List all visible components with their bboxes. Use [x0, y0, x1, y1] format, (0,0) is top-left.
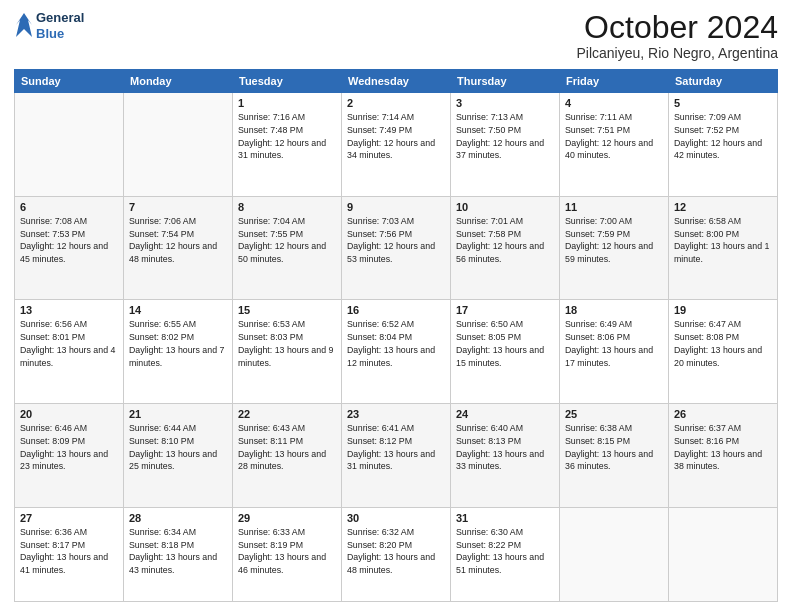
- calendar-cell: 18 Sunrise: 6:49 AM Sunset: 8:06 PM Dayl…: [560, 300, 669, 404]
- calendar-cell: 5 Sunrise: 7:09 AM Sunset: 7:52 PM Dayli…: [669, 93, 778, 197]
- sunrise-text: Sunrise: 6:43 AM: [238, 423, 305, 433]
- sunrise-text: Sunrise: 6:50 AM: [456, 319, 523, 329]
- calendar-cell: 10 Sunrise: 7:01 AM Sunset: 7:58 PM Dayl…: [451, 196, 560, 300]
- day-info: Sunrise: 6:53 AM Sunset: 8:03 PM Dayligh…: [238, 318, 336, 369]
- sunset-text: Sunset: 7:51 PM: [565, 125, 630, 135]
- sunset-text: Sunset: 7:50 PM: [456, 125, 521, 135]
- day-number: 1: [238, 97, 336, 109]
- sunset-text: Sunset: 8:17 PM: [20, 540, 85, 550]
- sunset-text: Sunset: 8:11 PM: [238, 436, 303, 446]
- day-info: Sunrise: 7:09 AM Sunset: 7:52 PM Dayligh…: [674, 111, 772, 162]
- sunset-text: Sunset: 8:15 PM: [565, 436, 630, 446]
- sunset-text: Sunset: 8:22 PM: [456, 540, 521, 550]
- sunset-text: Sunset: 8:16 PM: [674, 436, 739, 446]
- sunset-text: Sunset: 8:19 PM: [238, 540, 303, 550]
- calendar-cell: 11 Sunrise: 7:00 AM Sunset: 7:59 PM Dayl…: [560, 196, 669, 300]
- daylight-text: Daylight: 12 hours and 40 minutes.: [565, 138, 653, 161]
- day-info: Sunrise: 7:04 AM Sunset: 7:55 PM Dayligh…: [238, 215, 336, 266]
- calendar-cell: 17 Sunrise: 6:50 AM Sunset: 8:05 PM Dayl…: [451, 300, 560, 404]
- calendar-cell: 12 Sunrise: 6:58 AM Sunset: 8:00 PM Dayl…: [669, 196, 778, 300]
- sunset-text: Sunset: 8:09 PM: [20, 436, 85, 446]
- daylight-text: Daylight: 13 hours and 23 minutes.: [20, 449, 108, 472]
- day-info: Sunrise: 6:34 AM Sunset: 8:18 PM Dayligh…: [129, 526, 227, 577]
- daylight-text: Daylight: 12 hours and 48 minutes.: [129, 241, 217, 264]
- svg-marker-0: [16, 13, 32, 37]
- daylight-text: Daylight: 13 hours and 33 minutes.: [456, 449, 544, 472]
- weekday-header-sunday: Sunday: [15, 70, 124, 93]
- day-number: 22: [238, 408, 336, 420]
- calendar-cell: 13 Sunrise: 6:56 AM Sunset: 8:01 PM Dayl…: [15, 300, 124, 404]
- weekday-header-tuesday: Tuesday: [233, 70, 342, 93]
- daylight-text: Daylight: 12 hours and 59 minutes.: [565, 241, 653, 264]
- calendar-cell: [124, 93, 233, 197]
- sunrise-text: Sunrise: 7:16 AM: [238, 112, 305, 122]
- calendar-cell: [669, 507, 778, 601]
- daylight-text: Daylight: 12 hours and 34 minutes.: [347, 138, 435, 161]
- calendar-week-1: 1 Sunrise: 7:16 AM Sunset: 7:48 PM Dayli…: [15, 93, 778, 197]
- day-number: 15: [238, 304, 336, 316]
- day-number: 16: [347, 304, 445, 316]
- sunrise-text: Sunrise: 6:46 AM: [20, 423, 87, 433]
- calendar-cell: 27 Sunrise: 6:36 AM Sunset: 8:17 PM Dayl…: [15, 507, 124, 601]
- sunrise-text: Sunrise: 6:37 AM: [674, 423, 741, 433]
- daylight-text: Daylight: 13 hours and 25 minutes.: [129, 449, 217, 472]
- daylight-text: Daylight: 13 hours and 12 minutes.: [347, 345, 435, 368]
- calendar-cell: 6 Sunrise: 7:08 AM Sunset: 7:53 PM Dayli…: [15, 196, 124, 300]
- day-number: 20: [20, 408, 118, 420]
- day-number: 10: [456, 201, 554, 213]
- day-info: Sunrise: 6:56 AM Sunset: 8:01 PM Dayligh…: [20, 318, 118, 369]
- sunset-text: Sunset: 7:48 PM: [238, 125, 303, 135]
- day-number: 7: [129, 201, 227, 213]
- logo-text: General Blue: [36, 10, 84, 41]
- daylight-text: Daylight: 13 hours and 28 minutes.: [238, 449, 326, 472]
- day-info: Sunrise: 7:11 AM Sunset: 7:51 PM Dayligh…: [565, 111, 663, 162]
- day-info: Sunrise: 6:49 AM Sunset: 8:06 PM Dayligh…: [565, 318, 663, 369]
- calendar-cell: [560, 507, 669, 601]
- sunrise-text: Sunrise: 6:33 AM: [238, 527, 305, 537]
- daylight-text: Daylight: 13 hours and 48 minutes.: [347, 552, 435, 575]
- month-title: October 2024: [576, 10, 778, 45]
- day-info: Sunrise: 6:58 AM Sunset: 8:00 PM Dayligh…: [674, 215, 772, 266]
- day-number: 28: [129, 512, 227, 524]
- daylight-text: Daylight: 13 hours and 43 minutes.: [129, 552, 217, 575]
- header: General Blue October 2024 Pilcaniyeu, Ri…: [14, 10, 778, 61]
- day-number: 4: [565, 97, 663, 109]
- weekday-header-row: SundayMondayTuesdayWednesdayThursdayFrid…: [15, 70, 778, 93]
- sunset-text: Sunset: 8:08 PM: [674, 332, 739, 342]
- calendar-week-4: 20 Sunrise: 6:46 AM Sunset: 8:09 PM Dayl…: [15, 404, 778, 508]
- day-number: 3: [456, 97, 554, 109]
- calendar-cell: 24 Sunrise: 6:40 AM Sunset: 8:13 PM Dayl…: [451, 404, 560, 508]
- sunrise-text: Sunrise: 7:03 AM: [347, 216, 414, 226]
- day-number: 5: [674, 97, 772, 109]
- weekday-header-friday: Friday: [560, 70, 669, 93]
- calendar-cell: 4 Sunrise: 7:11 AM Sunset: 7:51 PM Dayli…: [560, 93, 669, 197]
- sunset-text: Sunset: 8:13 PM: [456, 436, 521, 446]
- sunrise-text: Sunrise: 7:04 AM: [238, 216, 305, 226]
- day-number: 19: [674, 304, 772, 316]
- calendar-cell: 20 Sunrise: 6:46 AM Sunset: 8:09 PM Dayl…: [15, 404, 124, 508]
- calendar-cell: 15 Sunrise: 6:53 AM Sunset: 8:03 PM Dayl…: [233, 300, 342, 404]
- calendar-cell: 22 Sunrise: 6:43 AM Sunset: 8:11 PM Dayl…: [233, 404, 342, 508]
- calendar-cell: 25 Sunrise: 6:38 AM Sunset: 8:15 PM Dayl…: [560, 404, 669, 508]
- sunset-text: Sunset: 7:49 PM: [347, 125, 412, 135]
- day-info: Sunrise: 6:41 AM Sunset: 8:12 PM Dayligh…: [347, 422, 445, 473]
- sunset-text: Sunset: 8:01 PM: [20, 332, 85, 342]
- sunrise-text: Sunrise: 6:36 AM: [20, 527, 87, 537]
- daylight-text: Daylight: 13 hours and 4 minutes.: [20, 345, 115, 368]
- day-info: Sunrise: 6:44 AM Sunset: 8:10 PM Dayligh…: [129, 422, 227, 473]
- sunset-text: Sunset: 8:05 PM: [456, 332, 521, 342]
- daylight-text: Daylight: 13 hours and 31 minutes.: [347, 449, 435, 472]
- day-number: 2: [347, 97, 445, 109]
- daylight-text: Daylight: 12 hours and 42 minutes.: [674, 138, 762, 161]
- daylight-text: Daylight: 12 hours and 31 minutes.: [238, 138, 326, 161]
- daylight-text: Daylight: 13 hours and 15 minutes.: [456, 345, 544, 368]
- sunrise-text: Sunrise: 6:55 AM: [129, 319, 196, 329]
- daylight-text: Daylight: 13 hours and 36 minutes.: [565, 449, 653, 472]
- sunset-text: Sunset: 7:52 PM: [674, 125, 739, 135]
- sunset-text: Sunset: 7:59 PM: [565, 229, 630, 239]
- weekday-header-monday: Monday: [124, 70, 233, 93]
- weekday-header-thursday: Thursday: [451, 70, 560, 93]
- day-number: 29: [238, 512, 336, 524]
- day-info: Sunrise: 6:32 AM Sunset: 8:20 PM Dayligh…: [347, 526, 445, 577]
- day-number: 14: [129, 304, 227, 316]
